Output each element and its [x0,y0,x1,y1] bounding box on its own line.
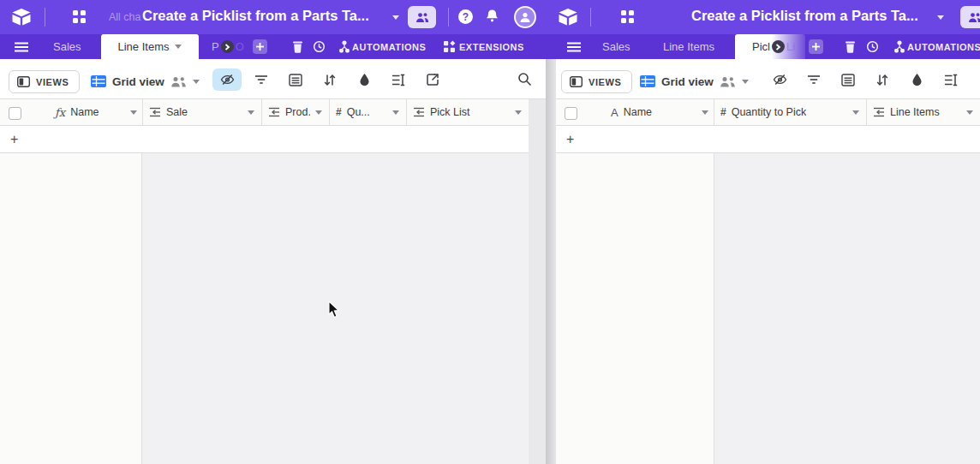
right-screen: Create a Picklist from a Parts Ta... Sal… [546,0,980,464]
scroll-right-icon[interactable] [221,40,234,53]
search-icon[interactable] [517,72,532,86]
group-icon [841,74,855,86]
share-view-button[interactable] [418,68,447,91]
column-label: Prod... [285,106,310,118]
view-name: Grid view [112,75,164,88]
help-icon[interactable]: ? [458,9,473,24]
sort-button[interactable] [868,68,897,91]
sort-button[interactable] [315,68,344,91]
column-header-name[interactable]: A Name [556,99,714,125]
hide-fields-button[interactable] [765,68,794,91]
tab-po-ghost[interactable]: P O [212,34,244,59]
automations-label[interactable]: AUTOMATIONS [907,34,980,59]
chevron-down-icon[interactable] [937,15,944,20]
hide-fields-button[interactable] [212,68,242,91]
extensions-icon[interactable] [442,39,457,54]
automations-label[interactable]: AUTOMATIONS [352,34,426,59]
notifications-bell-icon[interactable] [485,9,499,25]
column-label: Sale [166,106,188,118]
grid-view-switcher[interactable]: Grid view [91,71,200,92]
collaborators-button[interactable] [960,6,980,28]
add-table-button[interactable] [253,39,267,54]
column-header-name[interactable]: ƒx Name [0,99,143,125]
app-topbar: All cha Create a Picklist from a Parts T… [0,0,546,34]
select-all-checkbox[interactable] [565,107,577,120]
row-height-icon [391,74,405,86]
chevron-down-icon[interactable] [392,15,399,20]
chevron-down-icon[interactable] [130,110,137,115]
column-header-product[interactable]: Prod... [262,99,330,125]
row-height-button[interactable] [384,68,413,91]
tab-line-items[interactable]: Line Items [663,34,714,59]
chevron-down-icon[interactable] [193,80,200,84]
history-icon[interactable] [312,39,326,54]
app-grid-icon[interactable] [621,10,634,23]
trash-icon[interactable] [290,39,305,54]
airtable-logo-icon[interactable] [10,8,33,27]
chevron-down-icon[interactable] [315,110,322,115]
sort-icon [876,74,888,86]
trash-icon[interactable] [843,39,858,54]
row-height-button[interactable] [936,68,965,91]
row-height-icon [944,74,958,86]
filter-button[interactable] [799,68,828,91]
grid-empty-first-column [0,153,142,464]
color-button[interactable] [350,68,379,91]
column-header-quantity[interactable]: # Qu... [330,99,407,125]
hamburger-menu-icon[interactable] [566,39,581,54]
add-record-plus-icon[interactable]: + [10,132,18,147]
single-line-text-icon: A [611,106,618,119]
tab-picklist-active[interactable]: Picl Li [735,34,805,59]
automations-icon[interactable] [892,39,906,54]
column-header-picklist[interactable]: Pick List [407,99,529,125]
chevron-down-icon[interactable] [742,80,749,84]
column-header-quantity-to-pick[interactable]: # Quantity to Pick [714,99,867,125]
collaborators-icon [720,76,736,87]
add-row[interactable]: + [0,126,529,153]
app-grid-icon[interactable] [73,10,86,23]
tab-sales[interactable]: Sales [602,34,630,59]
view-name: Grid view [661,75,714,88]
views-sidebar-toggle-button[interactable]: VIEWS [561,70,632,93]
collaborators-button[interactable] [408,6,436,28]
grid-view-switcher[interactable]: Grid view [640,71,749,92]
tab-sales[interactable]: Sales [53,34,81,59]
extensions-label[interactable]: EXTENSIONS [459,34,524,59]
scroll-right-icon[interactable] [772,40,785,53]
ghost-tab-suffix: O [236,40,244,53]
column-label: Pick List [430,106,470,118]
hamburger-menu-icon[interactable] [14,39,28,54]
paint-drop-icon [911,73,923,86]
views-sidebar-toggle-button[interactable]: VIEWS [9,70,80,93]
column-label: Quantity to Pick [732,106,807,118]
add-table-button[interactable] [809,39,823,54]
select-all-checkbox[interactable] [9,107,21,120]
chevron-down-icon[interactable] [248,110,254,115]
toolbar-icons [765,68,965,91]
tab-line-items-active[interactable]: Line Items [101,34,199,59]
color-button[interactable] [902,68,931,91]
automations-icon[interactable] [337,39,351,54]
base-title[interactable]: Create a Picklist from a Parts Ta... [142,8,369,24]
chevron-down-icon[interactable] [515,110,522,115]
base-title[interactable]: Create a Picklist from a Parts Ta... [691,8,918,24]
linked-record-icon [873,107,885,117]
avatar[interactable] [514,6,536,28]
history-icon[interactable] [865,39,880,54]
chevron-down-icon[interactable] [966,110,973,115]
column-header-sale[interactable]: Sale [143,99,262,125]
filter-button[interactable] [247,68,276,91]
chevron-down-icon[interactable] [392,110,399,115]
group-button[interactable] [281,68,310,91]
add-row[interactable]: + [556,126,980,153]
tab-label: Line Items [118,40,170,53]
grid-view-icon [91,75,106,87]
chevron-down-icon[interactable] [852,110,859,115]
airtable-logo-icon[interactable] [557,8,579,27]
add-record-plus-icon[interactable]: + [566,132,574,147]
group-button[interactable] [834,68,863,91]
chevron-down-icon[interactable] [175,45,182,49]
column-header-line-items[interactable]: Line Items [867,99,980,125]
chevron-down-icon[interactable] [702,110,708,115]
views-label: VIEWS [589,77,621,87]
